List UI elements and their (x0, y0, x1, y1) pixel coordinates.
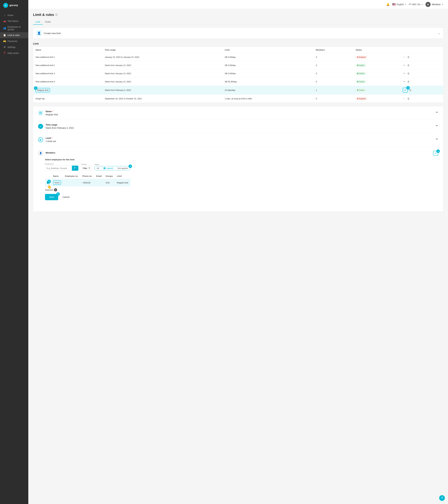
members-label: Members (46, 151, 433, 154)
sidebar-item-help-center[interactable]: ❓ Help center (0, 50, 28, 56)
step4-badge: 4 (129, 164, 132, 168)
edit-button[interactable]: ✏ (403, 63, 406, 67)
name-label: Name * (46, 110, 435, 113)
col-name: Name (33, 47, 102, 53)
tab-limit[interactable]: Limit (33, 19, 43, 25)
col-limit: Limit (222, 47, 313, 53)
search-button[interactable]: 🔍 (72, 166, 78, 171)
members-edit-wrapper: 3 ✏ (433, 151, 439, 156)
member-name-bordered: Arum (53, 180, 61, 185)
delete-button[interactable]: 🗑 (407, 72, 410, 76)
user-menu[interactable]: M Mitsalina ▼ (426, 2, 443, 7)
name-edit-button[interactable]: ✏ (435, 110, 439, 114)
row-members: 0 (313, 61, 353, 70)
save-button[interactable]: Save (45, 194, 58, 200)
row-limit: S$ 55.00/day (222, 78, 313, 86)
user-name: Mitsalina (432, 3, 440, 6)
row-members: 0 (313, 78, 353, 86)
time-range-section: ✓ Time range Starts from February 4, 202… (38, 124, 439, 133)
selected-label: Selected (45, 189, 53, 191)
sidebar-nav: ⌂ Home 🚗 Trip history 👥 Employees & grou… (0, 11, 28, 504)
table-row: New additional limit 3Starts from Januar… (33, 70, 443, 78)
edit-button[interactable]: ✏ (403, 80, 406, 84)
status-applied[interactable]: Applied (101, 166, 115, 170)
limit-edit-button[interactable]: ✏ (435, 137, 439, 141)
sidebar-item-trip-history[interactable]: 🚗 Trip history (0, 18, 28, 24)
cancel-button[interactable]: Cancel (60, 194, 72, 200)
sidebar-item-label: Settings (8, 46, 16, 48)
status-tab-wrapper: 4 All Applied (94, 166, 130, 170)
search-box: 🔍 (45, 165, 78, 171)
check-circle-icon: ✓ (38, 124, 43, 129)
select-employees-label: Select employees for this limit (45, 158, 130, 161)
detail-panel: Name * Regular limit ✏ ✓ Time range Star… (33, 106, 443, 212)
time-range-content: Time range Starts from February 4, 2022 (46, 124, 435, 129)
status-badge: Active (356, 72, 366, 75)
row-status: Active (353, 78, 400, 86)
edit-button[interactable]: ✏ (403, 71, 406, 76)
row-limit: S$ 5.00/day (222, 53, 313, 61)
selected-count: Selected 1 (45, 188, 130, 191)
time-range-label: Time range (46, 124, 435, 126)
groups-filter-select[interactable]: Filter (81, 166, 92, 171)
status-badge: Expired (356, 56, 367, 59)
row-actions: ✏🗑 (400, 61, 443, 70)
status-tabs: All Applied Not applied (94, 166, 130, 170)
name-content: Name * Regular limit (46, 110, 435, 116)
member-col-email: Email (94, 173, 104, 179)
edit-button[interactable]: ✏ (403, 96, 406, 101)
members-header: 👤 Members 3 ✏ (38, 150, 439, 156)
payments-icon: 💳 (3, 40, 6, 43)
sidebar-item-label: Limit & rules (8, 34, 20, 36)
hand-pointer-icon: 👆 (47, 184, 52, 189)
row-limit: 10 trips/day (222, 86, 313, 95)
language-selector[interactable]: 🇺🇸 English ▼ (392, 3, 406, 6)
row-actions: ✏🗑 (400, 78, 443, 86)
avatar: M (426, 2, 430, 7)
row-actions: ✏🗑 (400, 70, 443, 78)
delete-button[interactable]: 🗑 (407, 55, 410, 59)
row-members: 0 (313, 70, 353, 78)
company-selector[interactable]: PT ABC SG ▼ (409, 3, 423, 6)
applied-radio (103, 167, 106, 169)
sidebar-item-home[interactable]: ⌂ Home (0, 12, 28, 18)
limit-table-container: Name Time range Limit Members Status New… (33, 47, 443, 103)
members-content: Members (46, 151, 433, 155)
help-button[interactable]: ? (439, 495, 445, 501)
create-limit-bar[interactable]: 👤 Create new limit ⌄ (33, 28, 443, 38)
sidebar-item-limit-rules[interactable]: 📋 Limit & rules (0, 32, 28, 38)
row-status: Expired (353, 95, 400, 103)
tab-rules[interactable]: Rules (43, 19, 54, 25)
step5-badge: 5 (47, 180, 51, 183)
member-checkbox-cell[interactable]: 5 👆 (45, 179, 51, 187)
row-time-range: Starts from January 13, 2022 (102, 70, 222, 78)
delete-button[interactable]: 🗑 (407, 80, 410, 84)
member-limit-cell: Regular limit (115, 179, 130, 187)
page-content: Limit & rules ⓘ Limit Rules 👤 Create new… (28, 9, 448, 504)
time-range-edit-button[interactable]: ✏ (435, 124, 439, 128)
delete-button[interactable]: 🗑 (407, 63, 410, 67)
name-value: Regular limit (46, 113, 435, 116)
status-not-applied[interactable]: Not applied (116, 166, 130, 170)
limit-circle-icon: ▶ (38, 137, 43, 142)
info-icon[interactable]: ⓘ (55, 13, 58, 16)
edit-button[interactable]: ✏ (403, 55, 406, 59)
trip-icon: 🚗 (3, 20, 6, 22)
groups-filter-group: Groups Filter (81, 163, 92, 171)
create-limit-icon: 👤 (36, 30, 42, 36)
members-table: Name Employee no. Phone no. Email Groups… (45, 173, 130, 186)
sidebar-item-employees-groups[interactable]: 👥 Employees & groups (0, 24, 28, 32)
sidebar-item-label: Help center (8, 52, 19, 54)
sidebar-item-settings[interactable]: ⚙ Settings (0, 44, 28, 50)
delete-button[interactable]: 🗑 (407, 97, 410, 101)
notification-bell[interactable]: 🔔 (386, 3, 390, 6)
status-all[interactable]: All (95, 166, 101, 170)
company-dropdown-arrow: ▼ (421, 4, 423, 5)
members-section: 👤 Members 3 ✏ Select employees for this … (38, 150, 439, 204)
sidebar-item-payments[interactable]: 💳 Payments (0, 38, 28, 44)
limit-icon: 📋 (3, 34, 6, 37)
search-input[interactable] (45, 166, 72, 171)
row-name: New additional limit 4 (33, 78, 102, 86)
section-title: Limit (33, 42, 443, 45)
status-badge: Active (356, 80, 366, 83)
